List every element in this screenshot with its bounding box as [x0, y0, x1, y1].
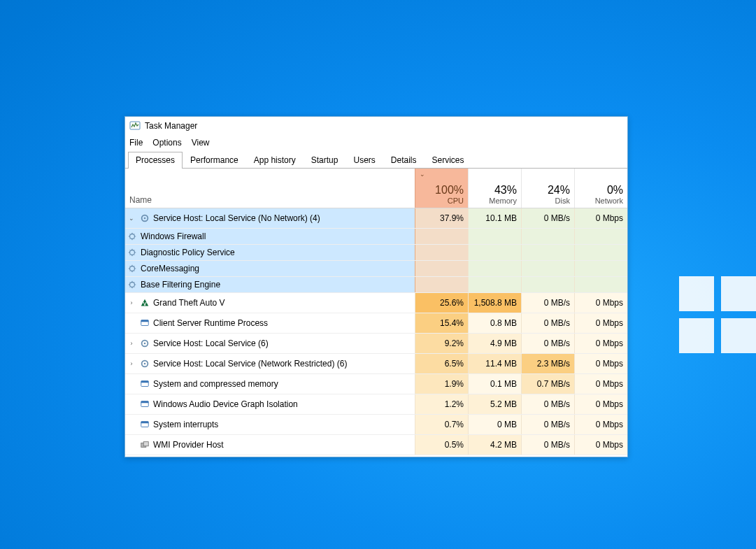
svg-rect-10 [141, 320, 149, 322]
cell-disk: 0 MB/s [521, 293, 574, 313]
svg-point-2 [144, 218, 146, 220]
process-child-row[interactable]: CoreMessaging [125, 261, 627, 277]
expand-icon[interactable]: › [127, 360, 136, 367]
process-child-name: CoreMessaging [141, 264, 199, 273]
service-icon [127, 263, 138, 274]
cell-memory: 0 MB [468, 415, 521, 434]
cell-network: 0 Mbps [574, 293, 627, 313]
tab-processes[interactable]: Processes [128, 152, 183, 169]
svg-point-12 [144, 343, 146, 345]
menu-view[interactable]: View [192, 138, 210, 148]
svg-rect-20 [141, 422, 149, 424]
column-header-disk[interactable]: 24% Disk [521, 169, 574, 208]
cell-memory: 11.4 MB [468, 354, 521, 373]
process-child-name: Windows Firewall [141, 231, 206, 241]
tab-app-history[interactable]: App history [246, 152, 304, 169]
cell-network [574, 229, 627, 244]
process-row[interactable]: WMI Provider Host0.5%4.2 MB0 MB/s0 Mbps [125, 435, 627, 455]
cell-disk: 0 MB/s [521, 394, 574, 414]
cell-network [574, 261, 627, 276]
column-header-network[interactable]: 0% Network [574, 169, 627, 208]
cell-cpu [415, 229, 468, 244]
process-row[interactable]: Windows Audio Device Graph Isolation1.2%… [125, 394, 627, 415]
menubar: File Options View [125, 135, 627, 150]
cell-cpu: 37.9% [415, 208, 468, 228]
gear-icon [139, 213, 150, 224]
cell-cpu: 25.6% [415, 293, 468, 313]
tab-users[interactable]: Users [345, 152, 383, 169]
process-child-name: Diagnostic Policy Service [141, 248, 235, 257]
wmi-icon [139, 439, 150, 450]
svg-point-14 [144, 363, 146, 365]
cell-disk: 0 MB/s [521, 415, 574, 434]
cell-disk: 2.3 MB/s [521, 354, 574, 373]
process-name: Client Server Runtime Process [153, 318, 268, 328]
cell-memory [468, 261, 521, 276]
cell-network [574, 245, 627, 260]
cell-network: 0 Mbps [574, 208, 627, 228]
process-name: Service Host: Local Service (6) [153, 338, 269, 348]
gtav-icon: V [139, 297, 150, 308]
process-row[interactable]: Client Server Runtime Process15.4%0.8 MB… [125, 313, 627, 334]
winproc-icon [139, 419, 150, 430]
cell-cpu: 6.5% [415, 354, 468, 373]
process-name: System interrupts [153, 420, 218, 429]
cell-memory: 0.8 MB [468, 313, 521, 333]
svg-rect-18 [141, 401, 149, 404]
tab-performance[interactable]: Performance [183, 152, 246, 169]
column-header-memory[interactable]: 43% Memory [468, 169, 521, 208]
column-header-name[interactable]: Name [125, 169, 415, 208]
collapse-icon[interactable]: ⌄ [127, 215, 136, 222]
task-manager-window: Task Manager File Options View Processes… [124, 116, 628, 457]
cell-network [574, 277, 627, 292]
gear-icon [139, 358, 150, 369]
process-row[interactable]: ›VGrand Theft Auto V25.6%1,508.8 MB0 MB/… [125, 293, 627, 313]
process-name: Grand Theft Auto V [153, 298, 225, 308]
process-name: Service Host: Local Service (Network Res… [153, 359, 347, 369]
expand-icon[interactable]: › [127, 340, 136, 347]
cell-disk [521, 277, 574, 292]
cell-cpu [415, 261, 468, 276]
menu-file[interactable]: File [129, 138, 143, 148]
process-row[interactable]: System and compressed memory1.9%0.1 MB0.… [125, 374, 627, 394]
windows-logo [679, 276, 756, 353]
process-list: Name ⌄ 100% CPU 43% Memory 24% Disk 0% N… [125, 169, 627, 457]
cell-network: 0 Mbps [574, 374, 627, 394]
titlebar[interactable]: Task Manager [125, 117, 627, 135]
svg-text:V: V [143, 301, 147, 306]
process-child-row[interactable]: Base Filtering Engine [125, 277, 627, 293]
cell-cpu: 1.2% [415, 394, 468, 414]
winproc-icon [139, 378, 150, 390]
cell-cpu: 1.9% [415, 374, 468, 394]
cell-disk: 0.7 MB/s [521, 374, 574, 394]
cell-memory: 4.9 MB [468, 334, 521, 353]
service-icon [127, 231, 138, 242]
process-row[interactable]: System interrupts0.7%0 MB0 MB/s0 Mbps [125, 415, 627, 435]
cell-cpu: 15.4% [415, 313, 468, 333]
window-title: Task Manager [145, 121, 197, 131]
tab-details[interactable]: Details [383, 152, 425, 169]
svg-rect-22 [143, 442, 148, 446]
cell-disk: 0 MB/s [521, 435, 574, 455]
process-row[interactable]: ›Service Host: Local Service (6)9.2%4.9 … [125, 334, 627, 354]
process-row-selected[interactable]: ⌄ Service Host: Local Service (No Networ… [125, 208, 627, 229]
cell-memory: 5.2 MB [468, 394, 521, 414]
column-header-cpu[interactable]: ⌄ 100% CPU [415, 169, 468, 208]
tab-services[interactable]: Services [425, 152, 472, 169]
expand-icon[interactable]: › [127, 299, 136, 306]
menu-options[interactable]: Options [152, 138, 181, 148]
process-row[interactable]: ›Service Host: Local Service (Network Re… [125, 354, 627, 374]
cell-disk [521, 261, 574, 276]
tabs: Processes Performance App history Startu… [125, 150, 627, 169]
cell-network: 0 Mbps [574, 435, 627, 455]
cell-memory: 0.1 MB [468, 374, 521, 394]
cell-network: 0 Mbps [574, 354, 627, 373]
process-name: Service Host: Local Service (No Network)… [153, 213, 320, 223]
gear-icon [139, 338, 150, 349]
process-child-row[interactable]: Windows Firewall [125, 229, 627, 245]
task-manager-icon [129, 120, 141, 131]
cell-disk: 0 MB/s [521, 334, 574, 353]
tab-startup[interactable]: Startup [304, 152, 346, 169]
winproc-icon [139, 399, 150, 410]
process-child-row[interactable]: Diagnostic Policy Service [125, 245, 627, 261]
